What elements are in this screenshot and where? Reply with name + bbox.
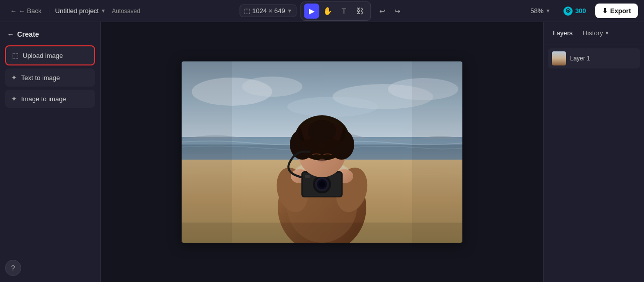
project-title: Untitled project (55, 7, 99, 15)
right-sidebar: Layers History ▼ Layer 1 (543, 22, 644, 282)
main-area: ← Create ⬚ Upload image ✦ Text to image … (0, 22, 644, 282)
create-label: Create (17, 30, 39, 38)
svg-point-21 (319, 181, 325, 187)
hand-tool-button[interactable]: ✋ (320, 4, 336, 19)
create-header[interactable]: ← Create (5, 28, 95, 42)
credits-count: 300 (575, 7, 586, 15)
credits-button[interactable]: ⦿ 300 (559, 5, 590, 18)
export-label: Export (610, 7, 631, 15)
topbar-right: 58% ▼ ⦿ 300 ⬇ Export (526, 4, 638, 18)
canvas-area[interactable] (101, 22, 543, 282)
undo-icon: ↩ (379, 7, 385, 15)
resize-icon: ⬚ (244, 7, 250, 15)
upload-image-label: Upload image (23, 52, 63, 59)
text-to-image-icon: ✦ (11, 74, 17, 82)
canvas-image (182, 61, 462, 243)
autosaved-label: Autosaved (112, 8, 140, 15)
svg-rect-35 (412, 61, 462, 243)
layer-thumbnail (552, 51, 566, 65)
upload-image-icon: ⬚ (12, 51, 19, 59)
select-tool-button[interactable]: ▶ (304, 4, 319, 19)
sidebar-item-image-to-image[interactable]: ✦ Image to image (5, 90, 95, 108)
chevron-down-icon: ▼ (287, 8, 292, 14)
back-button[interactable]: ← ← Back (6, 5, 46, 17)
canvas-photo-svg (182, 61, 462, 243)
svg-point-33 (319, 159, 325, 163)
zoom-control[interactable]: 58% ▼ (526, 5, 554, 17)
svg-rect-23 (305, 175, 310, 178)
layer-thumb-inner (552, 51, 566, 65)
layers-tab-label: Layers (553, 29, 573, 37)
help-icon: ? (11, 264, 15, 272)
text-to-image-label: Text to image (21, 74, 60, 82)
chevron-down-icon: ▼ (101, 8, 106, 14)
sidebar-item-upload-image[interactable]: ⬚ Upload image (5, 45, 95, 65)
image-to-image-icon: ✦ (11, 95, 17, 103)
topbar: ← ← Back Untitled project ▼ Autosaved ⬚ … (0, 0, 644, 22)
layers-list: Layer 1 (544, 44, 644, 73)
text-tool-button[interactable]: T (337, 4, 352, 19)
topbar-center: ⬚ 1024 × 649 ▼ ▶ ✋ T ⛓ ↩ ↪ (239, 2, 404, 21)
back-label: ← Back (19, 7, 42, 15)
layer-item[interactable]: Layer 1 (548, 48, 640, 68)
undo-redo-group: ↩ ↪ (375, 4, 405, 18)
credits-icon: ⦿ (564, 7, 573, 16)
export-icon: ⬇ (602, 7, 608, 15)
sidebar-item-text-to-image[interactable]: ✦ Text to image (5, 68, 95, 87)
chevron-down-icon: ▼ (604, 30, 609, 36)
back-arrow-icon: ← (10, 7, 17, 15)
tab-history[interactable]: History ▼ (579, 26, 613, 40)
left-sidebar: ← Create ⬚ Upload image ✦ Text to image … (0, 22, 101, 282)
undo-button[interactable]: ↩ (375, 4, 389, 18)
image-to-image-label: Image to image (21, 95, 66, 103)
help-button[interactable]: ? (5, 260, 21, 276)
link-icon: ⛓ (356, 7, 364, 15)
chevron-down-icon: ▼ (545, 8, 550, 14)
history-tab-label: History (583, 29, 603, 37)
link-tool-button[interactable]: ⛓ (353, 4, 368, 19)
svg-point-5 (287, 97, 378, 117)
create-back-icon: ← (7, 30, 14, 38)
svg-point-2 (242, 77, 302, 97)
tools-group: ▶ ✋ T ⛓ (301, 2, 371, 21)
redo-button[interactable]: ↪ (390, 4, 405, 18)
svg-rect-36 (182, 223, 462, 243)
canvas-size-control[interactable]: ⬚ 1024 × 649 ▼ (239, 5, 296, 17)
tab-layers[interactable]: Layers (549, 26, 577, 40)
project-name[interactable]: Untitled project ▼ (52, 5, 109, 17)
redo-icon: ↪ (394, 7, 400, 15)
sidebar-bottom: ? (5, 260, 95, 276)
export-button[interactable]: ⬇ Export (595, 4, 638, 18)
hand-icon: ✋ (323, 7, 333, 16)
text-icon: T (342, 7, 346, 15)
svg-rect-34 (182, 61, 232, 243)
right-sidebar-tabs: Layers History ▼ (544, 22, 644, 44)
canvas-size-label: 1024 × 649 (252, 7, 285, 15)
layer-name: Layer 1 (570, 55, 590, 62)
zoom-label: 58% (530, 7, 543, 15)
select-icon: ▶ (309, 7, 315, 16)
